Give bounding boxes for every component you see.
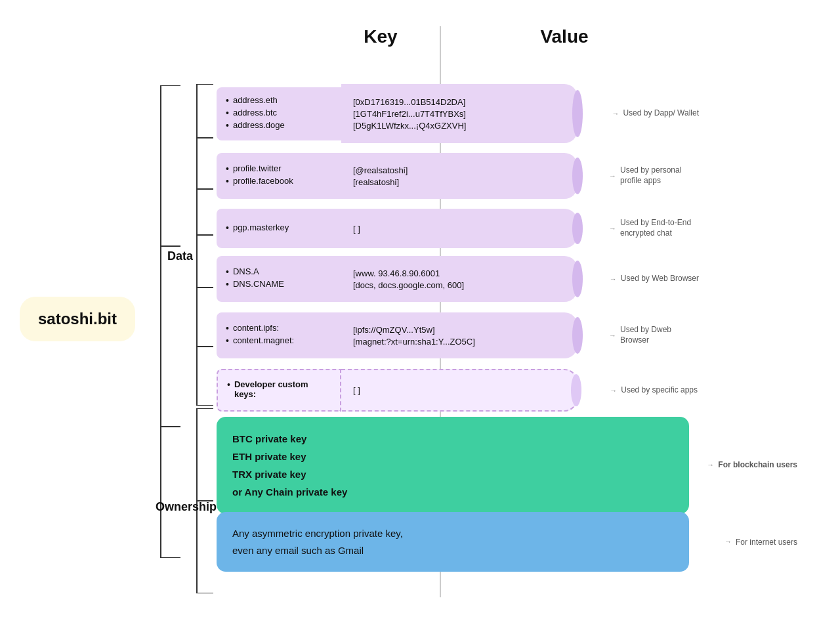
side-label-blockchain: For blockchain users bbox=[707, 458, 797, 473]
key-cell-profile: •profile.twitter •profile.facebook bbox=[217, 153, 341, 199]
value-cell-dns: [www. 93.46.8.90.6001 [docs, docs.google… bbox=[341, 256, 578, 302]
data-row-address: •address.eth •address.btc •address.doge … bbox=[217, 84, 578, 143]
satoshi-node: satoshi.bit bbox=[20, 297, 135, 341]
key-cell-address: •address.eth •address.btc •address.doge bbox=[217, 87, 341, 140]
key-cell-dns: •DNS.A •DNS.CNAME bbox=[217, 256, 341, 302]
side-label-content: Used by Dweb Browser bbox=[609, 325, 699, 345]
ownership-row-blockchain: BTC private key ETH private key TRX priv… bbox=[217, 417, 689, 514]
value-cell-pgp: [ ] Used by End-to-End encrypted chat bbox=[341, 209, 578, 248]
data-row-profile: •profile.twitter •profile.facebook [@rea… bbox=[217, 153, 578, 199]
data-bracket-svg bbox=[177, 84, 217, 406]
key-cell-developer: •Developer custom keys: bbox=[217, 369, 341, 412]
side-label-pgp: Used by End-to-End encrypted chat bbox=[609, 218, 699, 238]
value-cell-developer: [ ] Used by specific apps bbox=[341, 369, 578, 412]
ownership-cell-green: BTC private key ETH private key TRX priv… bbox=[217, 417, 689, 514]
ownership-section-label: Ownership bbox=[156, 500, 217, 514]
data-row-dns: •DNS.A •DNS.CNAME [www. 93.46.8.90.6001 … bbox=[217, 256, 578, 302]
key-cell-pgp: •pgp.masterkey bbox=[217, 209, 341, 248]
value-header: Value bbox=[446, 26, 682, 47]
side-label-dns: Used by Web Browser bbox=[610, 274, 699, 284]
ownership-cell-blue: Any asymmetric encryption private key, e… bbox=[217, 512, 689, 572]
data-row-developer: •Developer custom keys: [ ] Used by spec… bbox=[217, 369, 578, 412]
value-cell-content: [ipfs://QmZQV...Yt5w] [magnet:?xt=urn:sh… bbox=[341, 312, 578, 358]
side-label-internet: For internet users bbox=[724, 535, 797, 548]
side-label-profile: Used by personal profile apps bbox=[609, 165, 699, 186]
data-row-content: •content.ipfs: •content.magnet: [ipfs://… bbox=[217, 312, 578, 358]
ownership-row-internet: Any asymmetric encryption private key, e… bbox=[217, 512, 689, 572]
key-cell-content: •content.ipfs: •content.magnet: bbox=[217, 312, 341, 358]
data-section-label: Data bbox=[167, 249, 193, 263]
diagram-container: Key Value satoshi.bit Data Ownershi bbox=[0, 0, 840, 638]
side-label-developer: Used by specific apps bbox=[610, 385, 698, 396]
key-header: Key bbox=[315, 26, 446, 47]
value-cell-profile: [@realsatoshi] [realsatoshi] Used by per… bbox=[341, 153, 578, 199]
side-label-dapp: Used by Dapp/ Wallet bbox=[612, 108, 699, 119]
value-cell-address: [0xD1716319...01B514D2DA] [1GT4hF1ref2i.… bbox=[341, 84, 578, 143]
column-headers: Key Value bbox=[315, 26, 682, 47]
data-row-pgp: •pgp.masterkey [ ] Used by End-to-End en… bbox=[217, 209, 578, 248]
